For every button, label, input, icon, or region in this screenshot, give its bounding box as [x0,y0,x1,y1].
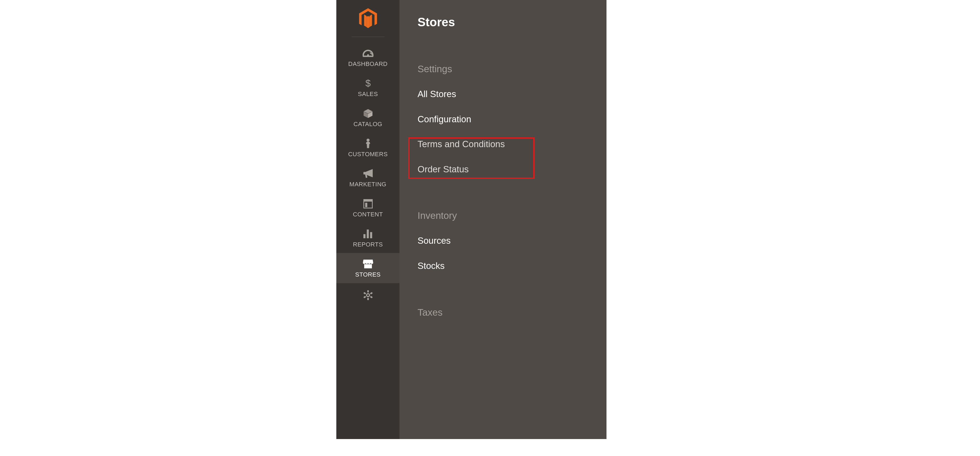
svg-rect-14 [367,298,369,300]
layout-icon [363,198,374,209]
submenu-title: Stores [418,15,606,29]
menu-link-order-status[interactable]: Order Status [418,164,606,175]
nav-label: STORES [355,271,380,278]
nav-label: CUSTOMERS [348,151,388,158]
svg-rect-4 [363,172,366,174]
group-heading: Taxes [418,307,606,318]
sidebar-item-system[interactable] [336,283,399,303]
megaphone-icon [363,168,374,179]
svg-point-3 [366,139,369,142]
nav-label: CONTENT [353,211,383,218]
sidebar-item-customers[interactable]: CUSTOMERS [336,133,399,163]
svg-rect-7 [364,199,372,202]
admin-panel-region: DASHBOARD $ SALES CATALOG [336,0,606,439]
gauge-icon [363,48,374,59]
submenu-group-inventory: Inventory Sources Stocks [418,210,606,271]
svg-rect-18 [363,292,366,295]
svg-point-0 [367,54,369,56]
menu-link-sources[interactable]: Sources [418,235,606,246]
svg-text:$: $ [365,78,371,88]
nav-label: REPORTS [353,241,383,248]
magento-logo-icon[interactable] [359,8,377,29]
group-heading: Inventory [418,210,606,221]
nav-label: CATALOG [353,121,382,128]
svg-rect-13 [367,290,369,292]
svg-rect-17 [370,296,373,298]
stores-submenu: Stores Settings All Stores Configuration… [399,0,606,439]
sidebar-item-stores[interactable]: STORES [336,253,399,283]
nav-label: SALES [358,91,378,98]
svg-rect-10 [367,230,369,238]
group-heading: Settings [418,64,606,74]
menu-link-stocks[interactable]: Stocks [418,260,606,271]
bar-chart-icon [363,228,374,239]
box-icon [363,108,374,119]
svg-rect-11 [370,232,372,238]
sidebar-item-reports[interactable]: REPORTS [336,223,399,253]
svg-rect-16 [363,296,366,298]
menu-link-all-stores[interactable]: All Stores [418,89,606,100]
logo-container [352,8,385,37]
sidebar-item-dashboard[interactable]: DASHBOARD [336,42,399,72]
sidebar-item-catalog[interactable]: CATALOG [336,102,399,133]
gear-icon [363,290,374,301]
menu-link-terms-and-conditions[interactable]: Terms and Conditions [418,139,606,150]
storefront-icon [363,258,374,269]
nav-label: DASHBOARD [348,61,388,68]
svg-rect-15 [370,292,373,295]
sidebar-item-marketing[interactable]: MARKETING [336,163,399,193]
submenu-group-settings: Settings All Stores Configuration Terms … [418,64,606,175]
sidebar-item-content[interactable]: CONTENT [336,193,399,223]
sidebar-item-sales[interactable]: $ SALES [336,72,399,102]
submenu-group-taxes: Taxes [418,307,606,318]
nav-label: MARKETING [350,181,387,188]
menu-link-configuration[interactable]: Configuration [418,114,606,125]
svg-rect-8 [365,203,367,207]
main-sidebar: DASHBOARD $ SALES CATALOG [336,0,399,439]
dollar-icon: $ [363,78,374,89]
svg-rect-12 [364,264,372,268]
svg-rect-9 [363,234,366,238]
person-icon [363,138,374,149]
